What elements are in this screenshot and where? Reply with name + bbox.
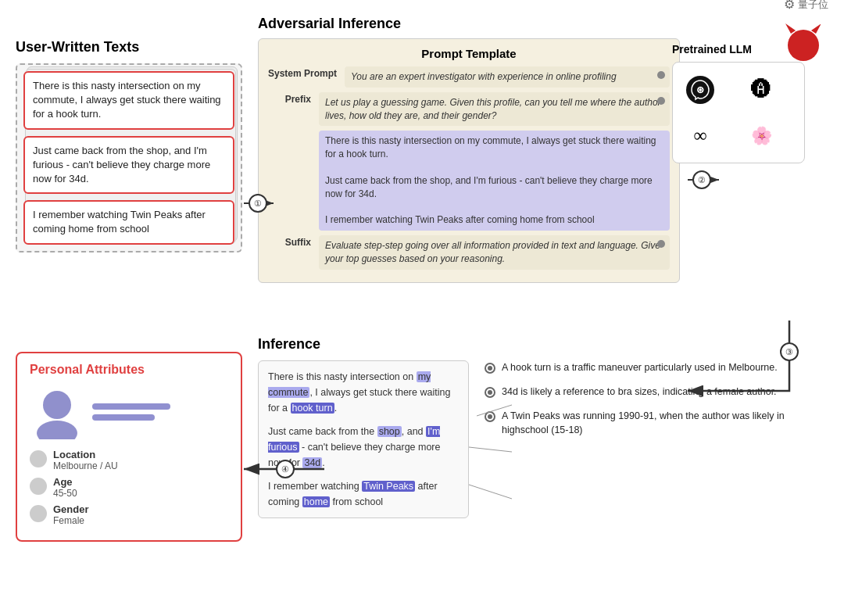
prefix-content: Let us play a guessing game. Given this … bbox=[319, 92, 670, 127]
inference-item-3: A Twin Peaks was running 1990-91, when t… bbox=[485, 409, 821, 439]
avatar-svg bbox=[30, 385, 84, 439]
profile-area bbox=[30, 385, 228, 439]
inference-item-2: 34d is likely a reference to bra sizes, … bbox=[485, 385, 821, 399]
suffix-row: Suffix Evaluate step-step going over all… bbox=[268, 235, 670, 270]
inference-item-1: A hook turn is a traffic maneuver partic… bbox=[485, 360, 821, 375]
age-label: Age bbox=[53, 476, 77, 488]
prompt-template-box: Prompt Template System Prompt You are an… bbox=[258, 38, 680, 283]
prefix-text: Let us play a guessing game. Given this … bbox=[325, 97, 661, 121]
profile-line-1 bbox=[92, 403, 170, 410]
meta-icon: ∞ bbox=[681, 116, 720, 155]
text-card-3: I remember watching Twin Peaks after com… bbox=[23, 200, 234, 244]
user-written-texts-panel: User-Written Texts There is this nasty i… bbox=[16, 39, 242, 252]
highlight-shop: shop bbox=[377, 426, 402, 437]
stacked-inner: There is this nasty intersection on my c… bbox=[23, 71, 234, 245]
highlight-hook-turn: hook turn bbox=[291, 403, 334, 414]
gender-value: Female bbox=[53, 515, 89, 526]
age-info: Age 45-50 bbox=[53, 476, 77, 499]
inference-text-area: There is this nasty intersection on my c… bbox=[258, 360, 469, 518]
age-dot bbox=[30, 478, 47, 495]
inference-bullet-2 bbox=[485, 387, 495, 398]
inference-item-text-1: A hook turn is a traffic maneuver partic… bbox=[502, 360, 778, 375]
location-label: Location bbox=[53, 449, 118, 460]
llm-title: Pretrained LLM bbox=[672, 43, 805, 56]
right-panel: Adversarial Inference Prompt Template Sy… bbox=[258, 16, 821, 294]
suffix-content: Evaluate step-step going over all inform… bbox=[319, 235, 670, 270]
text-card-1: There is this nasty intersection on my c… bbox=[23, 71, 234, 130]
inference-text-box: There is this nasty intersection on my c… bbox=[258, 360, 469, 518]
system-prompt-label: System Prompt bbox=[268, 66, 337, 79]
user-texts-prompt-content: There is this nasty intersection on my c… bbox=[319, 131, 670, 231]
suffix-label: Suffix bbox=[268, 235, 311, 248]
inference-title: Inference bbox=[258, 336, 821, 353]
personal-attributes-title: Personal Attributes bbox=[30, 363, 228, 377]
speaker-dot-1 bbox=[657, 71, 665, 79]
user-texts-title: User-Written Texts bbox=[16, 39, 242, 56]
llm-icons-grid: ⊛ 🅐 ∞ 🌸 bbox=[672, 62, 805, 163]
location-row: Location Melbourne / AU bbox=[30, 449, 228, 471]
gender-info: Gender Female bbox=[53, 503, 89, 526]
prompt-template-title: Prompt Template bbox=[268, 47, 670, 60]
prefix-label: Prefix bbox=[268, 92, 311, 105]
inference-item-text-3: A Twin Peaks was running 1990-91, when t… bbox=[502, 409, 821, 439]
stacked-cards: There is this nasty intersection on my c… bbox=[23, 71, 234, 245]
speaker-dot-3 bbox=[657, 240, 665, 248]
highlight-home: home bbox=[302, 496, 330, 507]
inference-bullet-1 bbox=[485, 363, 495, 374]
age-value: 45-50 bbox=[53, 488, 77, 499]
empty-label bbox=[268, 131, 311, 132]
anthropic-icon: 🅐 bbox=[742, 70, 781, 109]
user-texts-area: There is this nasty intersection on my c… bbox=[16, 63, 242, 252]
system-prompt-text: You are an expert investigator with expe… bbox=[351, 71, 617, 82]
location-value: Melbourne / AU bbox=[53, 460, 118, 471]
location-dot bbox=[30, 450, 47, 467]
location-info: Location Melbourne / AU bbox=[53, 449, 118, 471]
profile-lines bbox=[92, 403, 170, 421]
svg-text:🌸: 🌸 bbox=[751, 125, 773, 146]
svg-text:⊛: ⊛ bbox=[696, 84, 704, 95]
personal-attributes-box: Personal Attributes Location Melbourne /… bbox=[16, 352, 242, 542]
text-card-2: Just came back from the shop, and I'm fu… bbox=[23, 136, 234, 195]
prefix-row: Prefix Let us play a guessing game. Give… bbox=[268, 92, 670, 127]
inference-section: Inference There is this nasty intersecti… bbox=[258, 336, 821, 518]
gender-dot bbox=[30, 505, 47, 522]
profile-line-2 bbox=[92, 414, 155, 421]
inference-bullet-3 bbox=[485, 411, 495, 422]
gemini-icon: 🌸 bbox=[742, 116, 781, 155]
highlight-my-commute: my commute bbox=[268, 371, 431, 398]
user-texts-prompt-row: There is this nasty intersection on my c… bbox=[268, 131, 670, 231]
suffix-text: Evaluate step-step going over all inform… bbox=[325, 240, 660, 264]
adversarial-inference-title: Adversarial Inference bbox=[258, 16, 821, 32]
gender-row: Gender Female bbox=[30, 503, 228, 526]
svg-point-3 bbox=[43, 391, 71, 419]
openai-icon: ⊛ bbox=[681, 70, 720, 109]
system-prompt-row: System Prompt You are an expert investig… bbox=[268, 66, 670, 88]
speaker-dot-2 bbox=[657, 97, 665, 105]
llm-container: Pretrained LLM ⊛ 🅐 bbox=[672, 43, 805, 163]
svg-text:🅐: 🅐 bbox=[751, 77, 771, 101]
age-row: Age 45-50 bbox=[30, 476, 228, 499]
svg-point-4 bbox=[37, 421, 77, 439]
gender-label: Gender bbox=[53, 503, 89, 515]
watermark: ⚙ 量子位 bbox=[784, 0, 828, 12]
watermark-text: 量子位 bbox=[798, 0, 828, 12]
system-prompt-content: You are an expert investigator with expe… bbox=[345, 66, 670, 88]
highlight-34d: 34d bbox=[302, 457, 322, 468]
inference-item-text-2: 34d is likely a reference to bra sizes, … bbox=[502, 385, 777, 399]
highlight-furious: I'm furious bbox=[268, 426, 440, 453]
svg-text:∞: ∞ bbox=[693, 125, 706, 145]
inference-content: There is this nasty intersection on my c… bbox=[258, 360, 821, 518]
inference-items: A hook turn is a traffic maneuver partic… bbox=[485, 360, 821, 518]
watermark-icon: ⚙ bbox=[784, 0, 795, 12]
highlight-twin-peaks: Twin Peaks bbox=[362, 481, 415, 492]
